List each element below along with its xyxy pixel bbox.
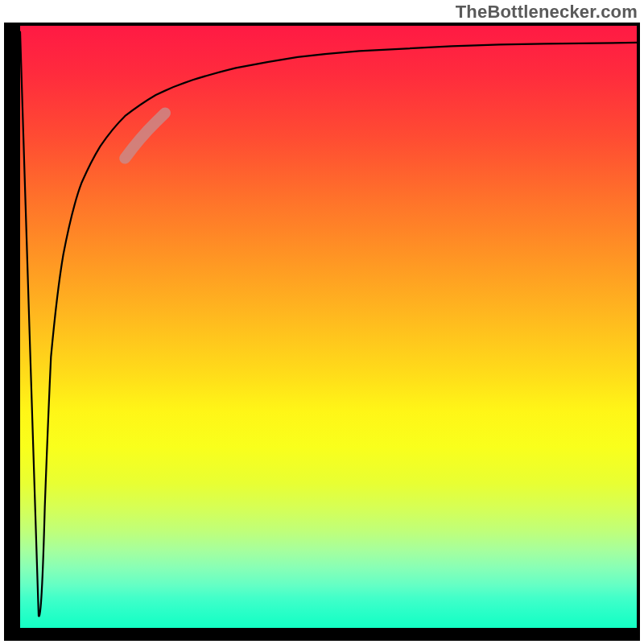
attribution-text: TheBottlenecker.com (456, 2, 638, 23)
plot-area (20, 26, 637, 628)
highlight-svg (20, 26, 637, 628)
chart-frame (4, 23, 640, 641)
highlight-segment (125, 113, 165, 158)
